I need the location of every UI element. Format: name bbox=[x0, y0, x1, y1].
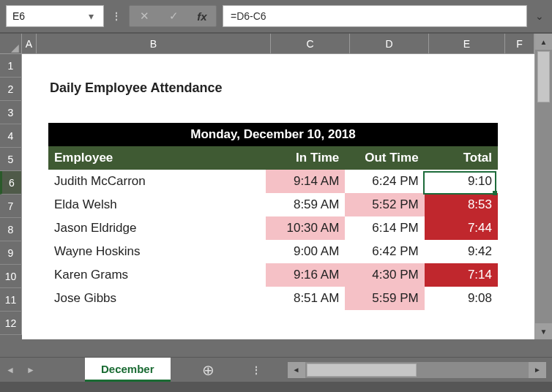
cell[interactable]: 10:30 AM bbox=[266, 216, 345, 240]
row-header[interactable]: 8 bbox=[0, 218, 22, 241]
formula-buttons: ✕ ✓ fx bbox=[129, 5, 217, 27]
cell[interactable]: 9:14 AM bbox=[266, 170, 345, 193]
attendance-table: Monday, December 10, 2018 Employee In Ti… bbox=[48, 123, 498, 310]
header-row: Employee In Time Out Time Total bbox=[48, 146, 498, 170]
tab-nav-next[interactable]: ► bbox=[20, 358, 41, 382]
cell[interactable]: Jason Eldridge bbox=[48, 216, 266, 240]
date-cell: Monday, December 10, 2018 bbox=[48, 123, 498, 146]
select-all-corner[interactable] bbox=[0, 34, 22, 54]
row-header[interactable]: 11 bbox=[0, 288, 22, 312]
separator: ⋮ bbox=[225, 358, 288, 382]
table-row: Jason Eldridge10:30 AM6:14 PM7:44 bbox=[48, 216, 498, 240]
column-header[interactable]: D bbox=[350, 34, 429, 54]
formula-input[interactable]: =D6-C6 bbox=[223, 5, 527, 27]
formula-text: =D6-C6 bbox=[231, 10, 266, 22]
cell[interactable]: 6:14 PM bbox=[345, 216, 424, 240]
horizontal-scroll-thumb[interactable] bbox=[307, 363, 417, 377]
date-row: Monday, December 10, 2018 bbox=[48, 123, 498, 146]
scroll-down-button[interactable]: ▼ bbox=[535, 323, 552, 339]
cell[interactable]: 9:00 AM bbox=[266, 240, 345, 263]
expand-formula-bar-button[interactable]: ⌄ bbox=[533, 10, 546, 22]
accept-formula-button[interactable]: ✓ bbox=[159, 6, 188, 26]
cell[interactable]: 5:59 PM bbox=[345, 287, 424, 310]
horizontal-scroll-track[interactable] bbox=[305, 362, 529, 378]
row-header[interactable]: 6 bbox=[0, 171, 22, 195]
chevron-down-icon[interactable]: ▾ bbox=[89, 10, 100, 22]
row-header[interactable]: 3 bbox=[0, 101, 22, 124]
table-row: Elda Welsh8:59 AM5:52 PM8:53 bbox=[48, 193, 498, 216]
vertical-scrollbar[interactable]: ▲ ▼ bbox=[534, 34, 552, 339]
sheet-canvas[interactable]: Daily Employee Attendance Monday, Decemb… bbox=[22, 54, 534, 339]
name-box-value: E6 bbox=[12, 10, 25, 22]
table-row: Wayne Hoskins9:00 AM6:42 PM9:42 bbox=[48, 240, 498, 263]
vertical-scroll-thumb[interactable] bbox=[537, 51, 550, 102]
column-headers: ABCDEF bbox=[22, 34, 534, 54]
cell[interactable]: 9:16 AM bbox=[266, 263, 345, 287]
column-header[interactable]: E bbox=[429, 34, 505, 54]
name-box[interactable]: E6 ▾ bbox=[6, 5, 104, 27]
cell[interactable]: 8:51 AM bbox=[266, 287, 345, 310]
scroll-up-button[interactable]: ▲ bbox=[535, 34, 552, 50]
cell[interactable]: 6:42 PM bbox=[345, 240, 424, 263]
row-header[interactable]: 4 bbox=[0, 124, 22, 148]
cell[interactable]: 5:52 PM bbox=[345, 193, 424, 216]
cell[interactable]: 6:24 PM bbox=[345, 170, 424, 193]
table-row: Jose Gibbs8:51 AM5:59 PM9:08 bbox=[48, 287, 498, 310]
header-in-time: In Time bbox=[266, 146, 345, 170]
row-header[interactable]: 5 bbox=[0, 148, 22, 171]
spreadsheet-grid: ABCDEF 123456789101112 Daily Employee At… bbox=[0, 34, 552, 339]
cell[interactable]: 7:44 bbox=[425, 216, 498, 240]
column-header[interactable]: C bbox=[271, 34, 350, 54]
cell[interactable]: Judith McCarron bbox=[48, 170, 266, 193]
row-header[interactable]: 9 bbox=[0, 241, 22, 265]
cell[interactable]: 8:59 AM bbox=[266, 193, 345, 216]
insert-function-button[interactable]: fx bbox=[188, 6, 216, 26]
separator: ⋮ bbox=[110, 10, 123, 22]
tab-nav-prev[interactable]: ◄ bbox=[0, 358, 20, 382]
sheet-title: Daily Employee Attendance bbox=[50, 80, 222, 96]
table-row: Judith McCarron9:14 AM6:24 PM9:10 bbox=[48, 170, 498, 193]
cell[interactable]: Wayne Hoskins bbox=[48, 240, 266, 263]
formula-bar: E6 ▾ ⋮ ✕ ✓ fx =D6-C6 ⌄ bbox=[0, 0, 552, 34]
scroll-right-button[interactable]: ► bbox=[529, 362, 546, 378]
row-header[interactable]: 7 bbox=[0, 195, 22, 218]
horizontal-scrollbar[interactable]: ◄ ► bbox=[288, 358, 552, 382]
cell[interactable]: Elda Welsh bbox=[48, 193, 266, 216]
header-out-time: Out Time bbox=[345, 146, 424, 170]
header-total: Total bbox=[425, 146, 498, 170]
row-headers: 123456789101112 bbox=[0, 54, 22, 335]
row-header[interactable]: 2 bbox=[0, 78, 22, 101]
scroll-left-button[interactable]: ◄ bbox=[288, 362, 305, 378]
cell[interactable]: Jose Gibbs bbox=[48, 287, 266, 310]
cell[interactable]: 4:30 PM bbox=[345, 263, 424, 287]
cell[interactable]: 9:10 bbox=[425, 170, 498, 193]
add-sheet-button[interactable]: ⊕ bbox=[193, 358, 225, 382]
table-row: Karen Grams9:16 AM4:30 PM7:14 bbox=[48, 263, 498, 287]
sheet-tab-bar: ◄ ► December ⊕ ⋮ ◄ ► bbox=[0, 357, 552, 382]
status-bar bbox=[0, 382, 552, 392]
cell[interactable]: Karen Grams bbox=[48, 263, 266, 287]
cell[interactable]: 8:53 bbox=[425, 193, 498, 216]
row-header[interactable]: 1 bbox=[0, 54, 22, 78]
cancel-formula-button[interactable]: ✕ bbox=[130, 6, 159, 26]
row-header[interactable]: 12 bbox=[0, 312, 22, 335]
row-header[interactable]: 10 bbox=[0, 265, 22, 288]
column-header[interactable]: F bbox=[505, 34, 534, 54]
column-header[interactable]: A bbox=[22, 34, 37, 54]
sheet-tab-active[interactable]: December bbox=[85, 358, 171, 382]
cell[interactable]: 7:14 bbox=[425, 263, 498, 287]
cell[interactable]: 9:08 bbox=[425, 287, 498, 310]
header-employee: Employee bbox=[48, 146, 266, 170]
column-header[interactable]: B bbox=[37, 34, 271, 54]
cell[interactable]: 9:42 bbox=[425, 240, 498, 263]
